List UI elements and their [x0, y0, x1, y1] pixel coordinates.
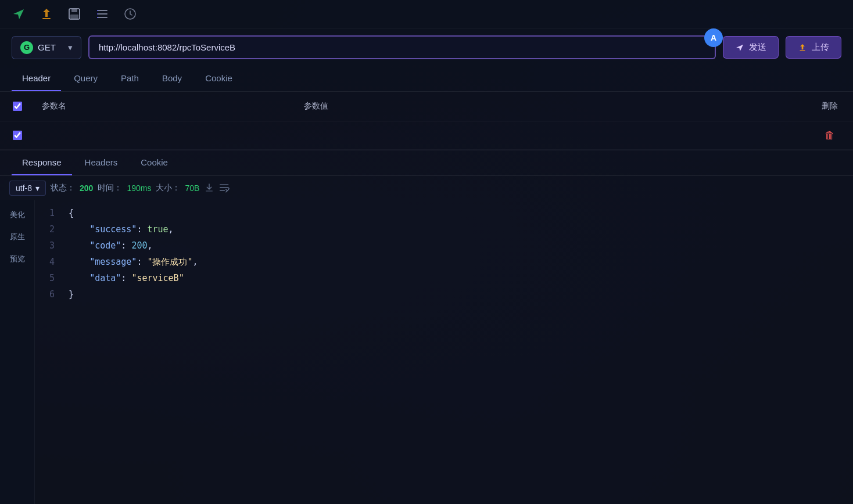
row-param-name: [35, 121, 297, 149]
status-code: 200: [80, 183, 93, 193]
request-tabs-row: Header Query Path Body Cookie: [0, 66, 853, 92]
svg-rect-7: [97, 10, 98, 11]
svg-rect-8: [97, 13, 98, 15]
send-label: 发送: [749, 42, 766, 53]
wrap-icon[interactable]: [219, 182, 232, 195]
app-container: G GET ▾ A 发送 上传 Header Query Path Body C…: [0, 0, 853, 504]
line-number-6: 6: [35, 286, 64, 303]
method-select[interactable]: G GET ▾: [12, 36, 81, 59]
svg-rect-5: [97, 13, 107, 15]
row-param-value: [297, 121, 807, 149]
response-tab-headers[interactable]: Headers: [74, 150, 128, 175]
line-number-5: 5: [35, 270, 64, 286]
view-btn-preview[interactable]: 预览: [3, 249, 31, 269]
line-content-2: "success": true,: [64, 221, 853, 237]
tab-query[interactable]: Query: [63, 66, 108, 91]
delete-row-button[interactable]: 🗑: [825, 129, 835, 142]
send-toolbar-icon[interactable]: [9, 5, 28, 23]
encoding-chevron: ▾: [35, 183, 40, 193]
code-line-4: 4 "message": "操作成功",: [35, 254, 853, 270]
url-row: G GET ▾ A 发送 上传: [0, 28, 853, 66]
line-content-1: {: [64, 205, 853, 221]
toolbar: [0, 0, 853, 28]
send-button[interactable]: 发送: [723, 36, 779, 59]
svg-rect-11: [800, 50, 805, 51]
code-line-1: 1 {: [35, 205, 853, 221]
row-param-name-input[interactable]: [42, 126, 290, 145]
tab-body[interactable]: Body: [152, 66, 192, 91]
url-input-wrapper: A: [88, 35, 716, 59]
row-param-value-input[interactable]: [304, 126, 800, 145]
param-name-header: 参数名: [35, 96, 297, 116]
response-tabs-row: Response Headers Cookie: [0, 150, 853, 176]
chevron-down-icon: ▾: [68, 42, 73, 53]
history-toolbar-icon[interactable]: [121, 5, 139, 23]
status-bar: utf-8 ▾ 状态： 200 时间： 190ms 大小： 70B: [0, 176, 853, 200]
line-number-3: 3: [35, 237, 64, 254]
line-content-5: "data": "serviceB": [64, 270, 853, 286]
row-delete-cell: 🗑: [807, 129, 853, 142]
avatar: A: [704, 28, 723, 47]
svg-rect-3: [70, 15, 78, 19]
line-number-2: 2: [35, 221, 64, 237]
code-line-2: 2 "success": true,: [35, 221, 853, 237]
svg-rect-12: [206, 190, 213, 192]
line-content-4: "message": "操作成功",: [64, 254, 853, 270]
line-content-6: }: [64, 286, 853, 303]
code-line-5: 5 "data": "serviceB": [35, 270, 853, 286]
time-value: 190ms: [127, 183, 151, 193]
size-value: 70B: [185, 183, 199, 193]
upload-button[interactable]: 上传: [786, 36, 841, 59]
encoding-value: utf-8: [16, 183, 32, 193]
code-area: 美化 原生 预览 1 { 2 "success": true, 3: [0, 200, 853, 504]
response-section: Response Headers Cookie utf-8 ▾ 状态： 200 …: [0, 150, 853, 504]
save-toolbar-icon[interactable]: [65, 5, 84, 23]
params-header-row: 参数名 参数值 删除: [0, 92, 853, 121]
size-label: 大小：: [156, 183, 180, 193]
encoding-select[interactable]: utf-8 ▾: [9, 181, 46, 196]
svg-rect-4: [97, 10, 107, 11]
upload-toolbar-icon[interactable]: [37, 5, 56, 23]
upload-label: 上传: [812, 42, 829, 53]
url-input[interactable]: [88, 35, 716, 59]
line-content-3: "code": 200,: [64, 237, 853, 254]
code-line-6: 6 }: [35, 286, 853, 303]
row-checkbox[interactable]: [0, 131, 35, 140]
code-panel[interactable]: 1 { 2 "success": true, 3 "code": 200, 4: [35, 200, 853, 504]
response-tab-cookie[interactable]: Cookie: [130, 150, 178, 175]
header-checkbox-cell: [0, 102, 35, 111]
list-toolbar-icon[interactable]: [93, 5, 112, 23]
tab-header[interactable]: Header: [12, 66, 61, 91]
status-label: 状态：: [51, 183, 75, 193]
params-table: 参数名 参数值 删除 🗑: [0, 92, 853, 150]
line-number-4: 4: [35, 254, 64, 270]
view-btn-beautify[interactable]: 美化: [3, 205, 31, 225]
svg-rect-2: [71, 9, 77, 12]
svg-rect-9: [97, 17, 98, 18]
header-select-all-checkbox[interactable]: [13, 102, 22, 111]
view-switcher: 美化 原生 预览: [0, 200, 35, 504]
download-icon[interactable]: [204, 182, 214, 195]
param-delete-header: 删除: [807, 101, 853, 111]
tab-cookie[interactable]: Cookie: [195, 66, 243, 91]
row-checkbox-cell: [0, 131, 35, 140]
method-label: GET: [38, 42, 56, 52]
params-data-row: 🗑: [0, 121, 853, 150]
svg-rect-0: [42, 18, 51, 19]
view-btn-raw[interactable]: 原生: [3, 227, 31, 247]
code-line-3: 3 "code": 200,: [35, 237, 853, 254]
svg-rect-6: [97, 17, 107, 18]
time-label: 时间：: [98, 183, 122, 193]
line-number-1: 1: [35, 205, 64, 221]
response-tab-response[interactable]: Response: [12, 150, 72, 175]
tab-path[interactable]: Path: [110, 66, 149, 91]
param-value-header: 参数值: [297, 96, 807, 116]
method-g-icon: G: [20, 41, 33, 54]
